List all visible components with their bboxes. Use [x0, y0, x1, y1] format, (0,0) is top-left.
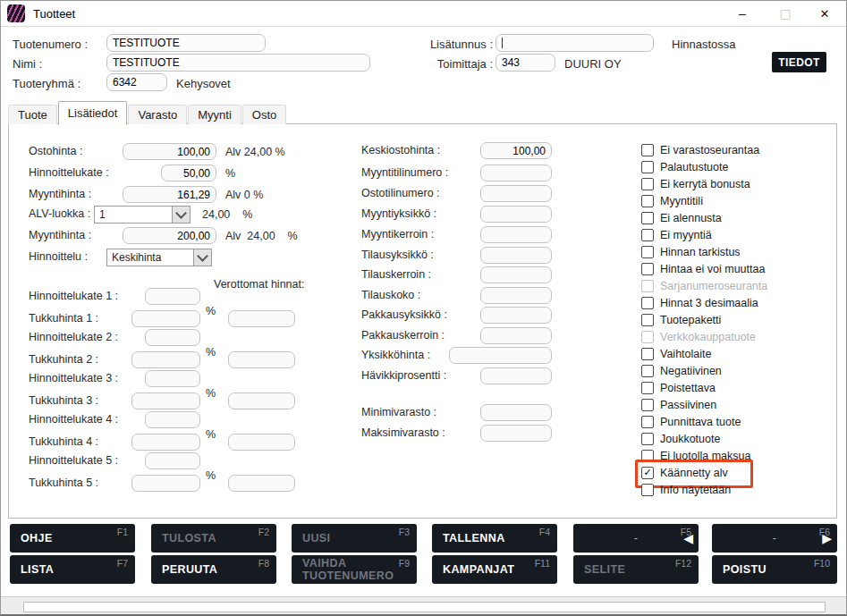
hinnoittelukate-3-label: Hinnoittelukate 3 : — [29, 372, 118, 384]
tukkuhinta-5-veroton-input[interactable] — [228, 475, 295, 492]
lisatunnus-input[interactable] — [495, 34, 654, 52]
myyntiyksikko-input[interactable] — [480, 206, 552, 223]
ostotilinumero-input[interactable] — [480, 185, 552, 202]
prev-button[interactable]: -F5◀ — [573, 524, 699, 553]
minimize-button[interactable]: – — [728, 1, 757, 26]
hinnoittelukate-2-input[interactable] — [145, 329, 200, 346]
chevron-down-icon[interactable] — [172, 207, 190, 223]
uusi-button[interactable]: UUSIF3 — [292, 524, 417, 553]
hinnoittelukate-input[interactable]: 50,00 — [161, 165, 216, 181]
hinnoittelukate-3-input[interactable] — [145, 370, 200, 387]
tiedot-button[interactable]: TIEDOT — [772, 52, 826, 72]
toimittaja-input[interactable]: 343 — [495, 54, 555, 72]
poistu-button[interactable]: POISTUF10 — [712, 555, 837, 584]
tukkuhinta-3-veroton-input[interactable] — [228, 392, 295, 409]
verkkokauppatuote-checkbox[interactable] — [641, 331, 654, 343]
fkey-label: F4 — [539, 527, 550, 537]
hinnoittelukate-label: Hinnoittelukate : — [29, 166, 109, 179]
maximize-button[interactable]: ▢ — [771, 1, 800, 26]
myyntitilinumero-input[interactable] — [480, 165, 552, 181]
tuoteryhma-input[interactable]: 6342 — [106, 73, 167, 91]
tukkuhinta-1-input[interactable] — [131, 310, 200, 327]
hinnoittelukate-1-input[interactable] — [145, 288, 200, 305]
myyntihinta-input[interactable]: 161,29 — [123, 186, 216, 203]
fkey-label: F1 — [117, 527, 128, 537]
tukkuhinta-2-veroton-input[interactable] — [228, 351, 295, 368]
verkkokauppatuote-label: Verkkokauppatuote — [660, 331, 756, 343]
sarjanumeroseuranta-checkbox[interactable] — [641, 280, 654, 292]
fkey-label: F7 — [117, 558, 128, 569]
keskiostohinta-input[interactable]: 100,00 — [480, 142, 552, 159]
hinnoittelukate-5-input[interactable] — [145, 452, 200, 469]
flag-sarjanumeroseuranta: Sarjanumeroseuranta — [641, 278, 767, 293]
tukkuhinta-5-input[interactable] — [131, 475, 200, 492]
close-button[interactable]: ✕ — [810, 1, 839, 26]
tukkuhinta-1-veroton-input[interactable] — [228, 310, 295, 327]
kaannetty-alv-checkbox[interactable]: ✓ — [641, 467, 654, 479]
ei-varastoseurantaa-checkbox[interactable] — [641, 144, 654, 156]
tukkuhinta-1-label: Tukkuhinta 1 : — [29, 312, 98, 325]
tab-lisatiedot[interactable]: Lisätiedot — [58, 101, 128, 125]
tilauskerroin-label: Tilauskerroin : — [361, 268, 431, 281]
tukkuhinta-4-input[interactable] — [131, 434, 200, 451]
tilauskerroin-input[interactable] — [480, 266, 552, 283]
tukkuhinta-2-input[interactable] — [131, 351, 200, 368]
lista-button[interactable]: LISTAF7 — [10, 555, 135, 584]
hinnoittelu-select[interactable]: Keskihinta — [106, 249, 212, 266]
tilausyksikko-input[interactable] — [480, 247, 552, 264]
tab-tuote[interactable]: Tuote — [8, 105, 57, 124]
hinnan-tarkistus-checkbox[interactable] — [641, 246, 654, 258]
tulosta-button[interactable]: TULOSTAF2 — [151, 524, 276, 553]
peruuta-button[interactable]: PERUUTAF8 — [151, 555, 276, 584]
minimivarasto-input[interactable] — [480, 404, 552, 421]
status-bar — [1, 596, 846, 616]
ostohinta-input[interactable]: 100,00 — [123, 143, 216, 160]
passiivinen-checkbox[interactable] — [641, 399, 654, 411]
pakkausyksikko-input[interactable] — [480, 307, 552, 324]
ei-luotolla-maksua-checkbox[interactable] — [641, 450, 654, 462]
joukkotuote-checkbox[interactable] — [641, 433, 654, 445]
hinnat-3-desimaalia-checkbox[interactable] — [641, 297, 654, 309]
myyntihinta-input[interactable]: 200,00 — [123, 227, 216, 244]
tilausyksikko-label: Tilausyksikkö : — [361, 249, 434, 261]
next-button[interactable]: -F6▶ — [712, 524, 837, 553]
ei-alennusta-checkbox[interactable] — [641, 212, 654, 224]
tab-myynti[interactable]: Myynti — [188, 105, 241, 124]
vaihda-tuotenumero-button[interactable]: VAIHDA TUOTENUMEROF9 — [292, 555, 417, 584]
poistettava-checkbox[interactable] — [641, 382, 654, 394]
vaihtolaite-checkbox[interactable] — [641, 348, 654, 360]
negatiivinen-checkbox[interactable] — [641, 365, 654, 377]
ei-kerryta-bonusta-checkbox[interactable] — [641, 178, 654, 190]
myyntihinta-label: Myyntihinta : — [29, 229, 91, 241]
app-icon — [7, 4, 25, 22]
hintaa-ei-voi-muuttaa-checkbox[interactable] — [641, 263, 654, 275]
flag-palautustuote: Palautustuote — [641, 159, 728, 174]
nimi-input[interactable]: TESTITUOTE — [106, 54, 370, 72]
ohje-button[interactable]: OHJEF1 — [10, 524, 135, 553]
tallenna-button[interactable]: TALLENNAF4 — [432, 524, 557, 553]
tuotepaketti-checkbox[interactable] — [641, 314, 654, 326]
ei-myyntia-label: Ei myyntiä — [660, 229, 712, 241]
tab-osto[interactable]: Osto — [242, 105, 286, 124]
havikkiprosentti-input[interactable] — [480, 367, 552, 384]
selite-button[interactable]: SELITEF12 — [573, 555, 699, 584]
hintaa-ei-voi-muuttaa-label: Hintaa ei voi muuttaa — [660, 263, 765, 275]
tab-varasto[interactable]: Varasto — [128, 105, 187, 124]
kampanjat-button[interactable]: KAMPANJATF11 — [432, 555, 557, 584]
myyntitili-checkbox[interactable] — [641, 195, 654, 207]
tuotenumero-input[interactable]: TESTITUOTE — [106, 34, 266, 52]
tilauskoko-input[interactable] — [480, 287, 552, 304]
hinnoittelukate-4-input[interactable] — [145, 411, 200, 428]
ei-myyntia-checkbox[interactable] — [641, 229, 654, 241]
punnittava-tuote-checkbox[interactable] — [641, 416, 654, 428]
myyntikerroin-input[interactable] — [480, 226, 552, 243]
yksikkohinta-input[interactable] — [449, 347, 552, 364]
palautustuote-checkbox[interactable] — [641, 161, 654, 173]
chevron-down-icon[interactable] — [193, 249, 211, 266]
info-naytetaan-checkbox[interactable] — [641, 484, 654, 496]
maksimivarasto-input[interactable] — [480, 425, 552, 442]
tukkuhinta-4-veroton-input[interactable] — [228, 434, 295, 451]
alv-luokka-select[interactable]: 1 — [94, 206, 191, 224]
pakkauskerroin-input[interactable] — [480, 327, 552, 344]
tukkuhinta-3-input[interactable] — [131, 392, 200, 409]
